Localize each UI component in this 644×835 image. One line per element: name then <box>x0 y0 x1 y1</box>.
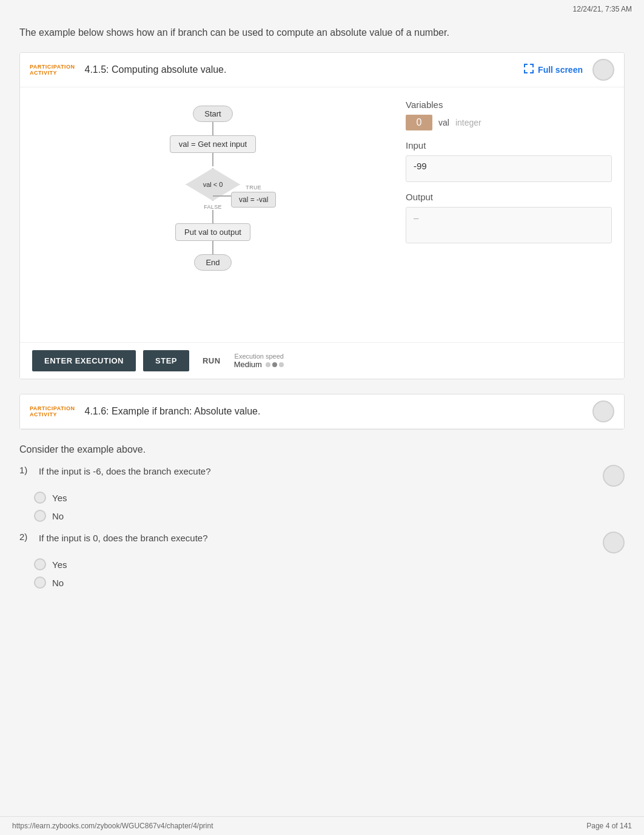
activity-1-header: PARTICIPATION ACTIVITY 4.1.5: Computing … <box>20 53 624 87</box>
output-value: – <box>406 207 612 243</box>
svg-rect-3 <box>532 64 534 67</box>
run-button[interactable]: RUN <box>196 350 227 371</box>
q2-radio-yes[interactable] <box>34 558 46 570</box>
flow-start: Start <box>193 106 232 122</box>
activity-1-header-right: Full screen <box>523 59 614 81</box>
completion-badge-q2 <box>603 532 625 553</box>
variables-row: 0 val integer <box>406 115 612 130</box>
footer-page: Page 4 of 141 <box>586 822 632 830</box>
output-section: Output – <box>406 192 612 243</box>
q2-row: 2) If the input is 0, does the branch ex… <box>19 532 625 553</box>
fullscreen-icon <box>523 63 534 76</box>
input-section: Input -99 <box>406 140 612 182</box>
connector-3 <box>212 210 213 223</box>
completion-badge-q1 <box>603 465 625 487</box>
completion-badge-2 <box>592 401 614 422</box>
q2-radio-no[interactable] <box>34 576 46 589</box>
q1-label-yes: Yes <box>52 493 67 503</box>
consider-text: Consider the example above. <box>19 444 625 455</box>
flow-true-action: val = -val <box>231 192 276 208</box>
q2-option-yes[interactable]: Yes <box>19 558 625 570</box>
question-2: 2) If the input is 0, does the branch ex… <box>19 532 625 589</box>
question-1: 1) If the input is -6, does the branch e… <box>19 465 625 522</box>
speed-dots[interactable] <box>266 362 284 367</box>
timestamp: 12/24/21, 7:35 AM <box>0 0 644 16</box>
output-label: Output <box>406 192 612 202</box>
svg-rect-5 <box>524 70 525 73</box>
right-panel: Variables 0 val integer Input -99 Output… <box>406 100 612 330</box>
connector-1 <box>212 122 213 135</box>
footer-url: https://learn.zybooks.com/zybook/WGUC867… <box>12 822 213 830</box>
flow-output: Put val to output <box>175 223 250 241</box>
intro-text: The example below shows how an if branch… <box>19 25 492 40</box>
q1-label-no: No <box>52 511 64 521</box>
input-label: Input <box>406 140 612 150</box>
participation-tag-1: PARTICIPATION <box>30 64 75 70</box>
fullscreen-label: Full screen <box>538 65 583 75</box>
variables-label: Variables <box>406 100 612 110</box>
q1-option-yes[interactable]: Yes <box>19 492 625 504</box>
activity-1-body: Start val = Get next input <box>20 87 624 342</box>
activity-1-title: 4.1.5: Computing absolute value. <box>85 64 227 75</box>
activity-2-header: PARTICIPATION ACTIVITY 4.1.6: Example if… <box>20 394 624 429</box>
flow-container: Start val = Get next input <box>32 106 394 271</box>
execution-speed-label: Execution speed <box>235 353 284 360</box>
var-type: integer <box>455 118 481 127</box>
speed-row: Medium <box>234 360 284 369</box>
step-button[interactable]: STEP <box>143 350 189 371</box>
q1-option-no[interactable]: No <box>19 510 625 522</box>
q1-radio-no[interactable] <box>34 510 46 522</box>
variables-section: Variables 0 val integer <box>406 100 612 130</box>
flow-end: End <box>194 254 231 271</box>
var-name: val <box>438 118 449 127</box>
input-value[interactable]: -99 <box>406 155 612 182</box>
speed-dot-3[interactable] <box>279 362 284 367</box>
activity-tag-2: ACTIVITY <box>30 411 75 418</box>
activity-card-1: PARTICIPATION ACTIVITY 4.1.5: Computing … <box>19 52 625 379</box>
activity-1-header-left: PARTICIPATION ACTIVITY 4.1.5: Computing … <box>30 64 226 76</box>
flow-get-input: val = Get next input <box>170 135 256 153</box>
q2-number: 2) <box>19 532 34 553</box>
questions-section: Consider the example above. 1) If the in… <box>19 444 625 647</box>
svg-rect-7 <box>532 70 534 73</box>
connector-2 <box>212 153 213 166</box>
connector-4 <box>212 241 213 254</box>
true-label: TRUE <box>246 184 261 191</box>
activity-2-label: PARTICIPATION ACTIVITY <box>30 405 75 418</box>
q2-text: If the input is 0, does the branch execu… <box>39 532 208 553</box>
enter-execution-button[interactable]: ENTER EXECUTION <box>32 350 136 371</box>
activity-tag-1: ACTIVITY <box>30 70 75 76</box>
activity-2-header-left: PARTICIPATION ACTIVITY 4.1.6: Example if… <box>30 405 260 418</box>
q2-label-no: No <box>52 578 64 588</box>
fullscreen-button[interactable]: Full screen <box>523 63 583 76</box>
q1-radio-yes[interactable] <box>34 492 46 504</box>
participation-tag-2: PARTICIPATION <box>30 405 75 411</box>
activity-card-2: PARTICIPATION ACTIVITY 4.1.6: Example if… <box>19 394 625 430</box>
speed-dot-2[interactable] <box>272 362 277 367</box>
activity-2-title: 4.1.6: Example if branch: Absolute value… <box>85 406 261 417</box>
speed-value: Medium <box>234 360 262 369</box>
q1-row: 1) If the input is -6, does the branch e… <box>19 465 625 487</box>
footer: https://learn.zybooks.com/zybook/WGUC867… <box>0 816 644 835</box>
activity-1-label: PARTICIPATION ACTIVITY <box>30 64 75 76</box>
q2-label-yes: Yes <box>52 559 67 570</box>
completion-badge-1 <box>592 59 614 81</box>
svg-rect-1 <box>524 64 525 67</box>
var-value: 0 <box>406 115 432 130</box>
speed-dot-1[interactable] <box>266 362 270 367</box>
q1-text: If the input is -6, does the branch exec… <box>39 465 211 487</box>
execution-bar: ENTER EXECUTION STEP RUN Execution speed… <box>20 342 624 379</box>
flowchart-area: Start val = Get next input <box>32 100 394 330</box>
speed-control: Execution speed Medium <box>234 353 284 369</box>
q1-number: 1) <box>19 465 34 487</box>
q2-option-no[interactable]: No <box>19 576 625 589</box>
activity-2-header-right <box>592 401 614 422</box>
